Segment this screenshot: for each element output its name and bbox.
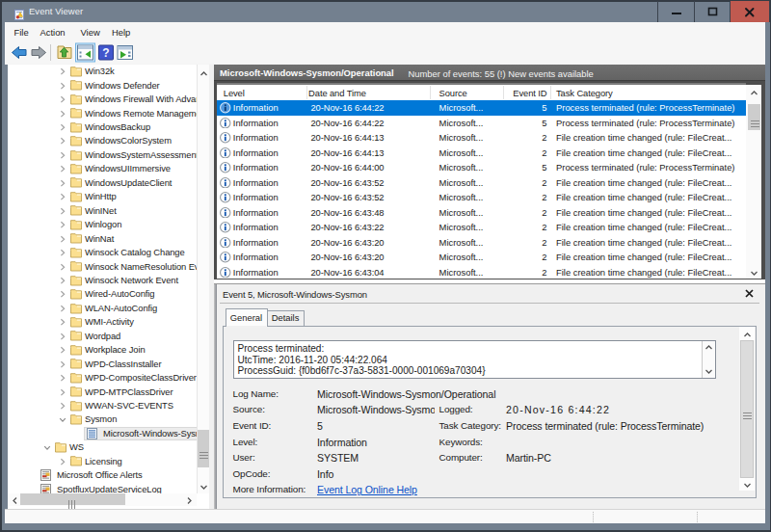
svg-text:?: ?: [102, 46, 109, 60]
